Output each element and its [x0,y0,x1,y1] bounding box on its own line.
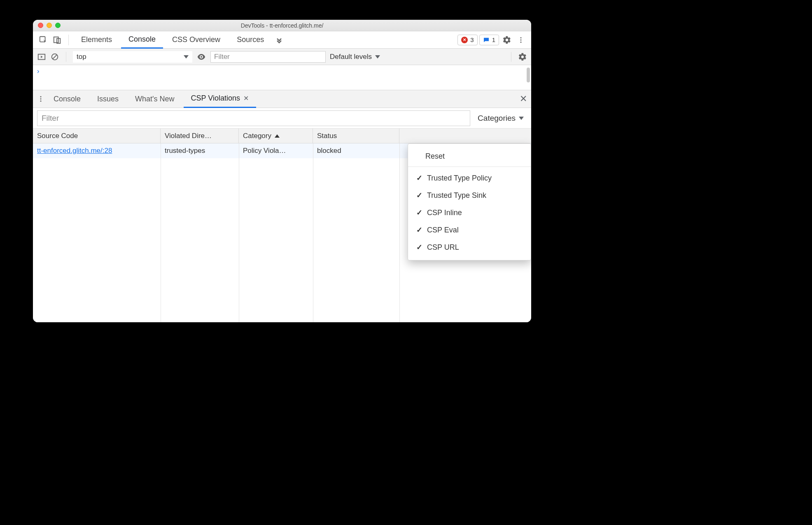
check-icon [415,225,423,234]
console-body[interactable]: › [33,65,531,90]
cell-directive: trusted-types [161,147,239,155]
violations-table: Source Code Violated Dire… Category Stat… [33,129,531,322]
category-option[interactable]: Trusted Type Sink [408,187,531,204]
log-levels-selector[interactable]: Default levels [330,53,380,61]
cell-status: blocked [313,147,399,155]
console-toolbar: top Default levels [33,49,531,65]
category-option[interactable]: CSP URL [408,239,531,256]
column-divider[interactable] [399,143,400,322]
close-icon[interactable]: ✕ [243,94,249,102]
svg-point-4 [520,39,522,40]
drawer-kebab-icon[interactable] [37,94,44,103]
th-status[interactable]: Status [313,129,399,143]
svg-point-5 [520,41,522,42]
settings-icon[interactable] [501,34,513,46]
messages-badge[interactable]: 1 [479,35,499,45]
option-label: Trusted Type Sink [427,191,486,200]
svg-rect-1 [54,37,58,42]
console-settings-icon[interactable] [518,52,527,61]
tab-sources[interactable]: Sources [229,31,271,49]
column-divider[interactable] [161,143,161,322]
categories-button[interactable]: Categories [474,110,527,126]
main-tabstrip: Elements Console CSS Overview Sources 3 … [33,31,531,49]
prompt-icon: › [37,68,39,75]
device-toggle-icon[interactable] [51,34,63,46]
violations-filter-row: Categories [33,108,531,129]
inspect-icon[interactable] [37,34,49,46]
check-icon [415,191,423,200]
tab-elements[interactable]: Elements [74,31,119,49]
drawer-tabstrip: Console Issues What's New CSP Violations… [33,90,531,108]
cell-category: Policy Viola… [239,147,313,155]
category-option[interactable]: CSP Inline [408,204,531,221]
divider [66,52,66,62]
drawer-tab-whatsnew[interactable]: What's New [128,90,182,108]
tab-label: Sources [237,35,264,44]
levels-label: Default levels [330,53,372,61]
tab-label: CSS Overview [172,35,220,44]
check-icon [415,243,423,252]
clear-console-icon[interactable] [50,52,59,61]
chevron-down-icon [184,55,189,59]
devtools-window: DevTools - tt-enforced.glitch.me/ Elemen… [33,20,531,322]
option-label: CSP Inline [427,209,462,217]
kebab-menu-icon[interactable] [515,34,527,46]
table-header: Source Code Violated Dire… Category Stat… [33,129,531,143]
categories-label: Categories [478,114,516,123]
source-link[interactable]: tt-enforced.glitch.me/:28 [37,147,112,155]
errors-count: 3 [470,36,474,43]
scrollbar-thumb[interactable] [527,68,530,82]
tab-label: Elements [81,35,112,44]
table-body: tt-enforced.glitch.me/:28 trusted-types … [33,143,531,322]
console-filter-input[interactable] [210,51,326,63]
th-empty [399,129,531,143]
tab-label: CSP Violations [191,94,240,103]
check-icon [415,173,423,183]
divider [511,52,511,62]
th-label: Status [317,132,337,140]
category-option[interactable]: Trusted Type Policy [408,169,531,187]
violations-filter-input[interactable] [37,110,470,126]
errors-badge[interactable]: 3 [457,35,477,45]
column-divider[interactable] [313,143,313,322]
svg-point-8 [201,56,202,58]
reset-label: Reset [425,152,445,161]
sort-asc-icon [275,134,280,138]
live-expression-icon[interactable] [196,52,206,62]
option-label: Trusted Type Policy [427,174,492,183]
message-icon [483,37,490,43]
svg-point-10 [40,98,42,100]
divider [68,35,69,45]
messages-count: 1 [492,36,495,43]
check-icon [415,208,423,217]
error-icon [461,37,468,43]
chevron-down-icon [375,55,380,59]
drawer-tab-csp-violations[interactable]: CSP Violations ✕ [184,90,256,108]
th-label: Category [243,132,271,140]
svg-point-9 [40,96,42,97]
titlebar: DevTools - tt-enforced.glitch.me/ [33,20,531,31]
th-source[interactable]: Source Code [33,129,161,143]
th-directive[interactable]: Violated Dire… [161,129,239,143]
drawer-tab-issues[interactable]: Issues [90,90,126,108]
context-selector[interactable]: top [73,51,192,63]
sidebar-toggle-icon[interactable] [37,52,46,61]
categories-reset[interactable]: Reset [408,148,531,167]
more-tabs-icon[interactable] [273,34,285,46]
option-label: CSP URL [427,243,459,252]
tab-label: Console [128,35,156,44]
tab-label: Issues [97,95,119,103]
column-divider[interactable] [239,143,239,322]
th-label: Violated Dire… [165,132,212,140]
categories-dropdown: Reset Trusted Type Policy Trusted Type S… [408,143,531,260]
svg-point-3 [520,37,522,38]
th-label: Source Code [37,132,78,140]
tab-console[interactable]: Console [121,31,163,49]
th-category[interactable]: Category [239,129,313,143]
drawer-close-icon[interactable]: ✕ [520,94,527,104]
chevron-down-icon [519,117,524,120]
tab-css-overview[interactable]: CSS Overview [165,31,228,49]
tab-label: What's New [135,95,174,103]
category-option[interactable]: CSP Eval [408,221,531,239]
drawer-tab-console[interactable]: Console [46,90,88,108]
